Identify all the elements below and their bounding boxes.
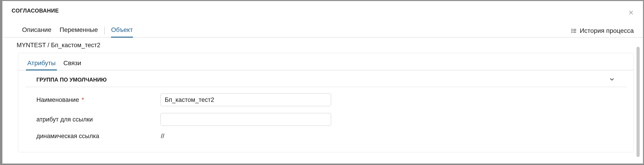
close-button[interactable] — [628, 9, 634, 16]
scrollbar[interactable] — [636, 47, 640, 157]
main-tabs: Описание Переменные Объект — [18, 24, 137, 37]
required-indicator: * — [82, 96, 84, 103]
history-link-label: История процесса — [580, 27, 634, 34]
sub-tabs: Атрибуты Связи — [18, 53, 634, 70]
history-link[interactable]: История процесса — [571, 27, 634, 37]
dynamic-link-label: динамическая ссылка — [36, 133, 160, 140]
tab-description[interactable]: Описание — [18, 24, 56, 37]
chevron-down-icon — [608, 76, 615, 83]
approval-modal: СОГЛАСОВАНИЕ Описание Переменные Объект … — [2, 1, 643, 164]
svg-point-6 — [572, 31, 572, 31]
tab-separator — [104, 27, 105, 34]
form-row-link-attr: атрибут для ссылки — [36, 113, 615, 126]
tab-object[interactable]: Объект — [107, 24, 137, 37]
close-icon — [628, 10, 634, 16]
link-attr-input[interactable] — [160, 113, 331, 126]
name-label: Наименование * — [36, 96, 160, 103]
form-row-dynamic-link: динамическая ссылка // — [36, 133, 615, 140]
svg-point-5 — [572, 29, 572, 29]
modal-title: СОГЛАСОВАНИЕ — [12, 8, 59, 14]
form-row-name: Наименование * — [36, 93, 615, 106]
breadcrumb: MYNTEST / Бп_кастом_тест2 — [2, 38, 643, 53]
collapse-toggle[interactable] — [608, 76, 615, 84]
svg-point-7 — [572, 32, 572, 32]
group-title: ГРУППА ПО УМОЛЧАНИЮ — [36, 77, 107, 83]
name-label-text: Наименование — [36, 96, 79, 103]
form-body: Наименование * атрибут для ссылки динами… — [18, 87, 634, 140]
list-icon — [571, 28, 577, 34]
dynamic-link-value: // — [160, 133, 164, 140]
sub-tab-links[interactable]: Связи — [62, 58, 83, 70]
name-input[interactable] — [160, 93, 331, 106]
content-panel: Атрибуты Связи ГРУППА ПО УМОЛЧАНИЮ Наиме… — [18, 53, 634, 152]
link-attr-label: атрибут для ссылки — [36, 116, 160, 123]
main-tabs-row: Описание Переменные Объект История проце… — [2, 24, 643, 38]
tab-variables[interactable]: Переменные — [56, 24, 102, 37]
modal-header: СОГЛАСОВАНИЕ — [2, 1, 643, 17]
group-header: ГРУППА ПО УМОЛЧАНИЮ — [25, 70, 627, 87]
sub-tab-attributes[interactable]: Атрибуты — [26, 58, 57, 70]
